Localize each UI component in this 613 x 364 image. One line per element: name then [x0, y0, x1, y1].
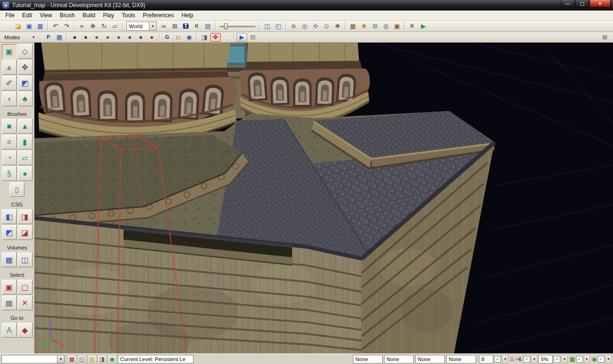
- build-lighting-icon[interactable]: ✺: [359, 22, 369, 31]
- brush-sheet[interactable]: ▱: [18, 150, 33, 165]
- generic-browser-icon[interactable]: ◫: [262, 22, 272, 31]
- coordinate-system-dropdown[interactable]: World▾: [126, 22, 157, 31]
- mode-terrain[interactable]: ▲: [2, 60, 17, 75]
- brush-sphere[interactable]: ●: [18, 166, 33, 181]
- viewmode-texture-density-icon[interactable]: ●: [147, 33, 157, 42]
- camera-mode-icon[interactable]: ◨: [199, 33, 210, 42]
- scale-tool-icon[interactable]: ▱: [110, 22, 120, 31]
- build-all-icon[interactable]: ▣: [392, 22, 402, 31]
- perspective-viewport[interactable]: Z X: [34, 43, 613, 353]
- stream-levels-dropdown-arrow[interactable]: ▾: [605, 355, 612, 364]
- autosave-toggle-icon[interactable]: ▦: [569, 356, 575, 363]
- publish-cook-icon[interactable]: ⊙: [321, 22, 332, 31]
- socket-manager-icon[interactable]: ⊚: [288, 22, 299, 31]
- selection-set-combo[interactable]: ▾: [1, 355, 65, 364]
- select-encompassed[interactable]: ▣: [2, 280, 17, 295]
- post-process-toggle-icon[interactable]: P: [43, 33, 54, 42]
- source-control-icon[interactable]: ◉: [107, 355, 117, 364]
- menu-play[interactable]: Play: [99, 11, 118, 20]
- play-in-viewport-icon[interactable]: ▶: [237, 33, 247, 42]
- rotate-tool-icon[interactable]: ↻: [99, 22, 109, 31]
- brush-spiral-stair[interactable]: §: [2, 166, 17, 181]
- goto-builder-brush[interactable]: ◆: [18, 323, 33, 338]
- volume-types[interactable]: ◫: [18, 252, 33, 267]
- play-in-editor-icon[interactable]: ▶: [418, 22, 429, 31]
- csg-add[interactable]: ◧: [2, 209, 17, 224]
- translate-tool-icon[interactable]: ✥: [88, 22, 98, 31]
- search-actors-icon[interactable]: ∞: [159, 22, 169, 31]
- fullscreen-icon[interactable]: ⊞: [170, 22, 180, 31]
- redo-icon[interactable]: ↷: [61, 22, 72, 31]
- viewport-grid-icon[interactable]: ▦: [54, 33, 65, 42]
- mode-mesh-paint[interactable]: ✐: [2, 76, 17, 91]
- csg-deintersect[interactable]: ◪: [18, 225, 33, 240]
- autosave-checkbox[interactable]: ✓: [576, 356, 583, 363]
- save-all-icon[interactable]: ▦: [35, 22, 45, 31]
- viewmode-lighting-only-icon[interactable]: ●: [125, 33, 135, 42]
- content-browser-icon[interactable]: ▤: [203, 22, 213, 31]
- editor-settings-icon[interactable]: ✱: [332, 22, 343, 31]
- camera-speed-slider[interactable]: [220, 23, 255, 30]
- minimize-button[interactable]: —: [561, 0, 575, 8]
- rotation-grid-dropdown-arrow[interactable]: ▾: [531, 355, 537, 364]
- scale-grid-checkbox[interactable]: ✓: [554, 356, 560, 363]
- drag-grid-checkbox[interactable]: ✓: [494, 356, 501, 363]
- menu-file[interactable]: File: [1, 11, 18, 20]
- goto-actor[interactable]: A: [2, 323, 17, 338]
- map-check-icon[interactable]: ▥: [87, 355, 97, 364]
- brush-cube[interactable]: ■: [2, 119, 17, 134]
- select-partial[interactable]: ▢: [18, 280, 33, 295]
- package-status-icon[interactable]: ◨: [97, 355, 107, 364]
- build-paths-icon[interactable]: ⊞: [370, 22, 380, 31]
- deselect-all[interactable]: ✕: [18, 296, 33, 310]
- autosave-dropdown-arrow[interactable]: ▾: [584, 355, 590, 364]
- menu-help[interactable]: Help: [178, 11, 197, 20]
- modes-dropdown[interactable]: Modes ▾: [1, 34, 43, 40]
- viewport-options-icon[interactable]: ⊟: [248, 33, 258, 42]
- scale-grid-dropdown-arrow[interactable]: ▾: [561, 355, 568, 364]
- brush-curved-stair[interactable]: ◔: [2, 150, 17, 165]
- csg-intersect[interactable]: ◩: [2, 225, 17, 240]
- chevron-down-icon[interactable]: ▾: [57, 355, 65, 364]
- slider-thumb[interactable]: [224, 23, 227, 29]
- new-map-icon[interactable]: ▯: [2, 22, 12, 31]
- viewmode-lit-icon[interactable]: ●: [102, 33, 113, 42]
- undo-icon[interactable]: ↶: [50, 22, 61, 31]
- selection-set-field[interactable]: [1, 355, 57, 364]
- viewport-layout-icon[interactable]: ◱: [77, 355, 87, 364]
- none-field-4[interactable]: None: [446, 355, 476, 364]
- menu-edit[interactable]: Edit: [18, 11, 36, 20]
- none-field-3[interactable]: None: [415, 355, 445, 364]
- stream-levels-checkbox[interactable]: ✓: [598, 356, 604, 363]
- autosave-indicator-icon[interactable]: ▦: [67, 355, 77, 364]
- terrain-editor-icon[interactable]: T: [181, 22, 191, 31]
- stream-levels-icon[interactable]: ◉: [592, 356, 597, 363]
- select-tool-icon[interactable]: ➢: [77, 22, 87, 31]
- menu-preferences[interactable]: Preferences: [139, 11, 178, 20]
- move-rotate-camera-icon[interactable]: ✥: [210, 33, 221, 42]
- mode-texture[interactable]: ✥: [18, 60, 33, 75]
- brush-cone[interactable]: ▲: [18, 119, 33, 134]
- close-button[interactable]: ✕: [590, 0, 611, 8]
- game-view-icon[interactable]: G: [162, 33, 172, 42]
- float-panel-icon[interactable]: ⊞: [600, 33, 610, 42]
- mode-landscape[interactable]: ◖: [2, 91, 17, 106]
- mode-geometry[interactable]: ◇: [18, 44, 33, 59]
- add-volume[interactable]: ▦: [2, 252, 17, 267]
- kismet-icon[interactable]: K: [192, 22, 202, 31]
- brush-linear-stair[interactable]: ≡: [2, 135, 17, 149]
- menu-build[interactable]: Build: [79, 11, 99, 20]
- brush-card[interactable]: ▯: [10, 182, 24, 197]
- sentinel-stats-icon[interactable]: ◎: [299, 22, 310, 31]
- build-geometry-icon[interactable]: ▩: [348, 22, 358, 31]
- drag-grid-field[interactable]: 8: [479, 355, 493, 364]
- select-matching[interactable]: ▩: [2, 296, 17, 310]
- viewport-lock-icon[interactable]: ◘: [173, 33, 183, 42]
- save-map-icon[interactable]: ▣: [24, 22, 34, 31]
- menu-tools[interactable]: Tools: [118, 11, 139, 20]
- maximize-viewport-icon[interactable]: ▭: [221, 33, 232, 42]
- open-map-icon[interactable]: ◪: [13, 22, 23, 31]
- actor-classes-icon[interactable]: ◰: [273, 22, 284, 31]
- drag-grid-dropdown-arrow[interactable]: ▾: [502, 355, 508, 364]
- realtime-preview-icon[interactable]: ◉: [184, 33, 194, 42]
